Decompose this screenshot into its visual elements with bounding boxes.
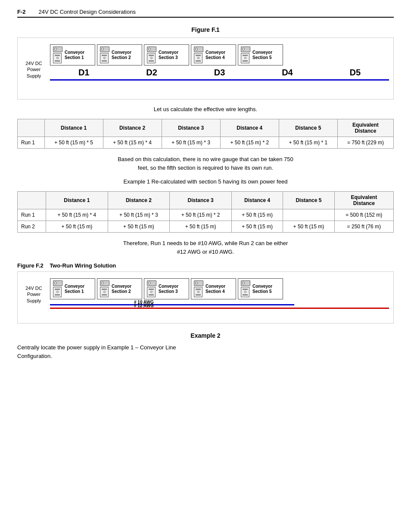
table2: Distance 1 Distance 2 Distance 3 Distanc…: [17, 191, 394, 233]
table2-row-2: Run 2 + 50 ft (15 m) + 50 ft (15 m) + 50…: [18, 221, 394, 233]
table1: Distance 1 Distance 2 Distance 3 Distanc…: [17, 119, 394, 149]
table2-cell-1-6: = 500 ft (152 m): [334, 209, 393, 221]
f2-section2-label: ConveyorSection 2: [112, 284, 131, 294]
distance-labels-1: D1 D2 D3 D4 D5: [50, 68, 389, 78]
figure2-container: 24V DCPowerSupply Conv: [17, 271, 394, 324]
table1-cell-1-6: = 750 ft (229 m): [337, 137, 393, 149]
table2-header-0: [18, 192, 46, 209]
table1-cell-1-1: + 50 ft (15 m) * 5: [44, 137, 103, 149]
table2-header-5: Distance 5: [283, 192, 334, 209]
table2-cell-2-5: + 50 ft (15 m): [283, 221, 334, 233]
figure2-title: Figure F.2: [17, 262, 44, 269]
wire-red-f2: [50, 308, 389, 309]
wire-blue-f2: [50, 304, 294, 305]
f2-section-5: ConveyorSection 5: [238, 278, 283, 299]
table2-cell-1-5: [283, 209, 334, 221]
power-supply-label-1: 24V DCPowerSupply: [22, 60, 46, 79]
table2-header-1: Distance 1: [46, 192, 108, 209]
table2-cell-2-1: + 50 ft (15 m): [46, 221, 108, 233]
table1-header-1: Distance 1: [44, 119, 103, 137]
table1-cell-1-0: Run 1: [18, 137, 45, 149]
table2-cell-1-3: + 50 ft (15 m) * 2: [170, 209, 232, 221]
table2-row-1: Run 1 + 50 ft (15 m) * 4 + 50 ft (15 m) …: [18, 209, 394, 221]
table2-header-3: Distance 3: [170, 192, 232, 209]
sections-row-2: ConveyorSection 1: [50, 278, 389, 299]
section1-label: ConveyorSection 1: [65, 50, 84, 60]
table2-header-6: EquivalentDistance: [334, 192, 393, 209]
table2-cell-1-4: + 50 ft (15 m): [231, 209, 283, 221]
example1-recalc-title: Example 1 Re-calculated with section 5 h…: [17, 178, 394, 185]
f2-section-2: ConveyorSection 2: [97, 278, 142, 299]
table2-header-4: Distance 4: [231, 192, 283, 209]
body-text-2: Therefore, Run 1 needs to be #10 AWG, wh…: [17, 239, 394, 256]
conveyor-section-5: ConveyorSection 5: [238, 44, 283, 65]
table2-cell-1-1: + 50 ft (15 m) * 4: [46, 209, 108, 221]
f2-section1-label: ConveyorSection 1: [65, 284, 84, 294]
figure2-subtitle: Two-Run Wiring Solution: [50, 262, 116, 269]
conveyor-section-1: ConveyorSection 1: [50, 44, 95, 65]
distance-d4: D4: [253, 68, 321, 78]
distance-d1: D1: [50, 68, 118, 78]
section5-label: ConveyorSection 5: [252, 50, 272, 60]
table2-cell-2-0: Run 2: [18, 221, 46, 233]
f2-section5-label: ConveyorSection 5: [252, 284, 272, 294]
table1-header-0: [18, 119, 45, 137]
conveyor-section-2: ConveyorSection 2: [97, 44, 142, 65]
page-number: F-2: [17, 9, 26, 15]
f2-section3-label: ConveyorSection 3: [159, 284, 178, 294]
figure1-title: Figure F.1: [17, 26, 394, 33]
intro-text: Let us calculate the effective wire leng…: [17, 106, 394, 112]
page-header: F-2 24V DC Control Design Considerations: [17, 9, 394, 18]
sections-row-1: ConveyorSection 1: [50, 44, 389, 65]
distance-d2: D2: [118, 68, 185, 78]
table1-cell-1-3: + 50 ft (15 m) * 3: [162, 137, 220, 149]
table1-header-5: Distance 5: [279, 119, 337, 137]
table1-header-6: EquivalentDistance: [337, 119, 393, 137]
figure2-title-line: Figure F.2 Two-Run Wiring Solution: [17, 262, 394, 269]
conveyor-section-4: ConveyorSection 4: [191, 44, 236, 65]
table1-cell-1-2: + 50 ft (15 m) * 4: [103, 137, 162, 149]
example2-title: Example 2: [17, 332, 394, 339]
distance-d5: D5: [321, 68, 389, 78]
page-title: 24V DC Control Design Considerations: [39, 9, 136, 15]
table2-cell-1-2: + 50 ft (15 m) * 3: [108, 209, 170, 221]
section4-label: ConveyorSection 4: [206, 50, 225, 60]
body-text-1: Based on this calculation, there is no w…: [17, 155, 394, 172]
table1-header-2: Distance 2: [103, 119, 162, 137]
example2-body: Centrally locate the power supply in Exa…: [17, 343, 394, 360]
f2-section-1: ConveyorSection 1: [50, 278, 95, 299]
table1-cell-1-5: + 50 ft (15 m) * 1: [279, 137, 337, 149]
table2-header-2: Distance 2: [108, 192, 170, 209]
f2-section-4: ConveyorSection 4: [191, 278, 236, 299]
table1-header-4: Distance 4: [220, 119, 279, 137]
wire-line-1: [50, 79, 389, 81]
conveyor-section-3: ConveyorSection 3: [144, 44, 189, 65]
table2-cell-1-0: Run 1: [18, 209, 46, 221]
distance-d3: D3: [186, 68, 253, 78]
table2-cell-2-4: + 50 ft (15 m): [231, 221, 283, 233]
figure1-container: 24V DCPowerSupply: [17, 37, 394, 100]
table1-header-3: Distance 3: [162, 119, 220, 137]
section3-label: ConveyorSection 3: [159, 50, 178, 60]
f2-section4-label: ConveyorSection 4: [206, 284, 225, 294]
wire-red-label: # 12 AWG: [134, 303, 154, 308]
section2-label: ConveyorSection 2: [112, 50, 131, 60]
table1-row-1: Run 1 + 50 ft (15 m) * 5 + 50 ft (15 m) …: [18, 137, 394, 149]
table1-cell-1-4: + 50 ft (15 m) * 2: [220, 137, 279, 149]
table2-cell-2-6: = 250 ft (76 m): [334, 221, 393, 233]
f2-section-3: ConveyorSection 3: [144, 278, 189, 299]
table2-cell-2-2: + 50 ft (15 m): [108, 221, 170, 233]
power-supply-label-2: 24V DCPowerSupply: [22, 285, 46, 304]
table2-cell-2-3: + 50 ft (15 m): [170, 221, 232, 233]
